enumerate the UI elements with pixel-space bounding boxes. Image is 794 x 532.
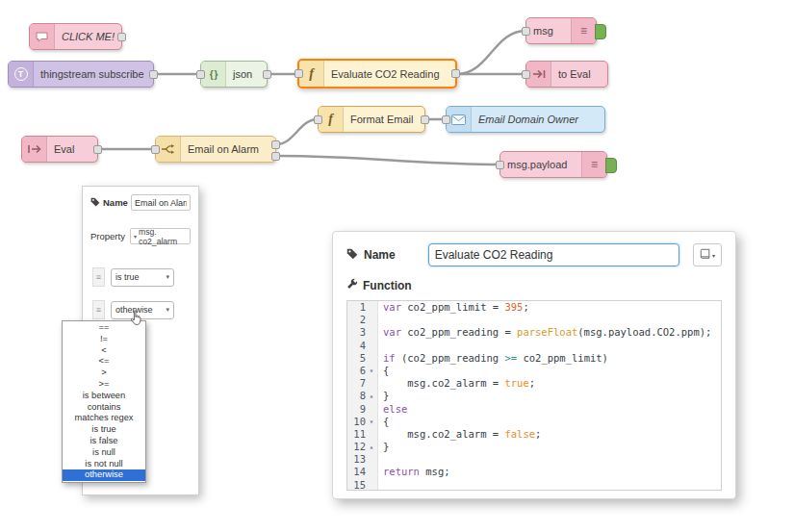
fold-spacer bbox=[366, 466, 377, 478]
input-port[interactable] bbox=[522, 27, 530, 36]
node-email-domain-owner[interactable]: Email Domain Owner bbox=[446, 106, 605, 133]
code-line: 12▴} bbox=[347, 441, 721, 453]
code-line: 14return msg; bbox=[347, 466, 721, 478]
code-line: 8▴} bbox=[347, 390, 721, 402]
node-label: to Eval bbox=[551, 68, 607, 80]
output-port[interactable] bbox=[117, 33, 126, 41]
link-arrow-icon bbox=[22, 137, 47, 162]
speech-bubble-icon bbox=[30, 24, 55, 49]
input-port[interactable] bbox=[314, 115, 322, 124]
dropdown-option[interactable]: otherwise bbox=[63, 469, 145, 481]
fold-spacer bbox=[366, 377, 377, 390]
dropdown-option[interactable]: is null bbox=[63, 447, 145, 459]
fold-up-icon[interactable]: ▴ bbox=[366, 441, 377, 453]
tag-icon bbox=[346, 246, 358, 264]
wire[interactable] bbox=[276, 119, 318, 144]
output-port[interactable] bbox=[93, 145, 102, 154]
function-label-row: Function bbox=[346, 278, 722, 292]
input-port[interactable] bbox=[496, 161, 504, 169]
node-label: Evaluate CO2 Reading bbox=[324, 68, 455, 80]
fold-spacer bbox=[366, 403, 377, 416]
library-button[interactable]: ▾ bbox=[693, 243, 722, 266]
dropdown-option[interactable]: >= bbox=[63, 379, 145, 391]
operator-dropdown-list: ==!=<<=>>=is betweencontainsmatches rege… bbox=[62, 320, 146, 483]
property-value: msg. co2_alarm bbox=[139, 227, 187, 246]
input-port[interactable] bbox=[151, 145, 160, 154]
caret-down-icon: ▾ bbox=[712, 252, 715, 259]
node-label: msg.payload bbox=[500, 159, 581, 170]
wire[interactable] bbox=[276, 156, 499, 165]
fold-up-icon[interactable]: ▴ bbox=[366, 390, 377, 402]
node-label: msg bbox=[526, 25, 571, 37]
function-name-row: Name ▾ bbox=[346, 243, 722, 266]
output-port[interactable] bbox=[263, 70, 271, 79]
node-label: json bbox=[226, 68, 267, 80]
output-port-2[interactable] bbox=[271, 152, 280, 161]
node-label: thingstream subscribe bbox=[34, 68, 153, 80]
dropdown-option[interactable]: is not null bbox=[63, 459, 145, 470]
function-section-label: Function bbox=[363, 279, 412, 292]
node-debug-msg[interactable]: msg ≡ bbox=[525, 17, 597, 44]
input-port[interactable] bbox=[295, 69, 303, 78]
property-field[interactable]: ▾ msg. co2_alarm bbox=[130, 228, 191, 244]
code-line: 13 bbox=[347, 453, 721, 466]
code-line: 11 msg.co2_alarm = false; bbox=[347, 428, 721, 441]
node-link-out-to-eval[interactable]: to Eval bbox=[525, 61, 608, 88]
node-thingstream-subscribe[interactable]: T thingstream subscribe bbox=[8, 61, 154, 88]
node-debug-msg-payload[interactable]: msg.payload ≡ bbox=[499, 151, 607, 178]
function-edit-panel: Name ▾ Function 1var co2_ppm_limit = 395… bbox=[332, 231, 736, 499]
dropdown-option[interactable]: < bbox=[63, 345, 145, 357]
fold-down-icon[interactable]: ▾ bbox=[366, 365, 377, 377]
node-inject-click-me[interactable]: CLICK ME! bbox=[29, 23, 122, 50]
code-line: 5if (co2_ppm_reading >= co2_ppm_limit) bbox=[347, 352, 721, 365]
dropdown-option[interactable]: <= bbox=[63, 356, 145, 367]
drag-handle-icon[interactable]: ≡ bbox=[92, 267, 105, 287]
input-port[interactable] bbox=[442, 115, 450, 124]
fold-spacer bbox=[366, 453, 377, 466]
function-name-input[interactable] bbox=[428, 243, 679, 266]
node-function-format-email[interactable]: f Format Email bbox=[318, 106, 425, 133]
node-label: Format Email bbox=[344, 114, 424, 125]
flow-canvas[interactable]: CLICK ME! T thingstream subscribe { } js… bbox=[0, 0, 794, 188]
dropdown-option[interactable]: is between bbox=[63, 391, 145, 402]
dropdown-option[interactable]: is false bbox=[63, 436, 145, 447]
dropdown-option[interactable]: is true bbox=[63, 424, 145, 436]
dropdown-option[interactable]: > bbox=[63, 367, 145, 379]
fold-spacer bbox=[366, 314, 377, 326]
dropdown-option[interactable]: contains bbox=[63, 402, 145, 414]
node-link-in-eval[interactable]: Eval bbox=[21, 136, 98, 163]
code-line: 9else bbox=[347, 403, 721, 416]
wire[interactable] bbox=[457, 31, 525, 74]
input-port[interactable] bbox=[196, 70, 205, 79]
rule1-value: is true bbox=[115, 272, 140, 282]
switch-name-input[interactable] bbox=[131, 194, 191, 211]
tag-icon bbox=[90, 197, 100, 209]
dropdown-option[interactable]: != bbox=[63, 334, 145, 345]
fold-spacer bbox=[366, 301, 377, 314]
node-json[interactable]: { } json bbox=[200, 61, 268, 88]
fold-spacer bbox=[366, 326, 377, 339]
rule1-operator-select[interactable]: is true ▾ bbox=[111, 268, 174, 287]
debug-toggle-button[interactable] bbox=[595, 24, 606, 39]
output-port-1[interactable] bbox=[271, 140, 280, 149]
node-switch-email-on-alarm[interactable]: Email on Alarm bbox=[155, 136, 276, 163]
property-label: Property bbox=[90, 231, 127, 241]
node-function-evaluate-co2[interactable]: f Evaluate CO2 Reading bbox=[297, 59, 457, 89]
output-port[interactable] bbox=[149, 70, 158, 79]
debug-toggle-button[interactable] bbox=[605, 158, 617, 173]
fold-down-icon[interactable]: ▾ bbox=[366, 416, 377, 428]
caret-down-icon: ▾ bbox=[166, 306, 169, 314]
code-editor[interactable]: 1var co2_ppm_limit = 395;23var co2_ppm_r… bbox=[346, 300, 722, 491]
node-label: CLICK ME! bbox=[55, 31, 121, 42]
switch-name-row: Name bbox=[90, 194, 191, 211]
book-icon bbox=[700, 248, 711, 263]
drag-handle-icon[interactable]: ≡ bbox=[92, 300, 105, 319]
code-line: 7 msg.co2_alarm = true; bbox=[347, 377, 721, 390]
output-port[interactable] bbox=[451, 69, 460, 78]
input-port[interactable] bbox=[522, 70, 530, 79]
node-label: Eval bbox=[47, 143, 97, 155]
dropdown-option[interactable]: matches regex bbox=[63, 413, 145, 424]
debug-list-icon: ≡ bbox=[571, 18, 596, 43]
output-port[interactable] bbox=[421, 115, 429, 124]
wrench-icon bbox=[346, 278, 358, 292]
